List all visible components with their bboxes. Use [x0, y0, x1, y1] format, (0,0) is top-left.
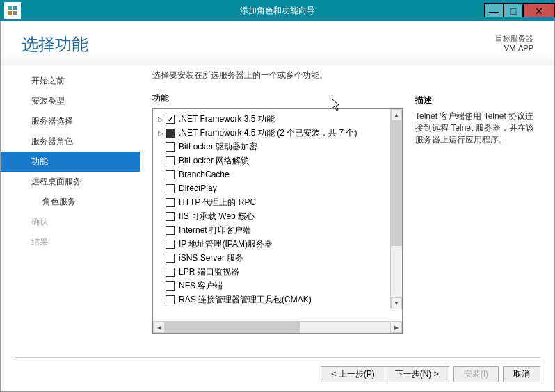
feature-label: .NET Framework 4.5 功能 (2 个已安装，共 7 个) [179, 127, 357, 139]
feature-label: DirectPlay [179, 183, 217, 193]
install-button[interactable]: 安装(I) [453, 366, 499, 382]
feature-row[interactable]: iSNS Server 服务 [153, 251, 402, 265]
feature-label: BitLocker 驱动器加密 [179, 141, 257, 153]
description-text: Telnet 客户端使用 Telnet 协议连接到远程 Telnet 服务器，并… [415, 111, 540, 145]
feature-checkbox[interactable] [166, 115, 175, 124]
feature-checkbox[interactable] [166, 170, 175, 179]
instruction-text: 选择要安装在所选服务器上的一个或多个功能。 [152, 70, 403, 81]
sidebar-item-8: 结果 [1, 232, 140, 252]
feature-row[interactable]: LPR 端口监视器 [153, 265, 402, 279]
wizard-icon [4, 2, 21, 19]
target-server-name: VM-APP [495, 44, 533, 52]
feature-row[interactable]: RAS 连接管理器管理工具包(CMAK) [153, 293, 402, 307]
scroll-up-button[interactable]: ▲ [391, 109, 402, 121]
vertical-scrollbar[interactable]: ▲ ▼ [390, 109, 402, 309]
maximize-button[interactable]: □ [504, 3, 523, 17]
feature-row[interactable]: NFS 客户端 [153, 279, 402, 293]
cancel-button[interactable]: 取消 [503, 366, 540, 382]
features-listbox[interactable]: ▷.NET Framework 3.5 功能▷.NET Framework 4.… [152, 108, 403, 334]
close-button[interactable]: ✕ [523, 3, 555, 17]
titlebar: 添加角色和功能向导 — □ ✕ [0, 0, 555, 21]
feature-checkbox[interactable] [166, 129, 175, 138]
scroll-right-button[interactable]: ▶ [390, 322, 402, 333]
feature-label: RAS 连接管理器管理工具包(CMAK) [179, 294, 312, 306]
feature-checkbox[interactable] [166, 281, 175, 291]
horizontal-scrollbar[interactable]: ◀ ▶ [153, 321, 402, 333]
feature-row[interactable]: Internet 打印客户端 [153, 223, 402, 237]
feature-label: IIS 可承载 Web 核心 [179, 211, 255, 222]
sidebar-item-2[interactable]: 服务器选择 [1, 111, 140, 131]
feature-row[interactable]: DirectPlay [153, 181, 402, 195]
scroll-down-button[interactable]: ▼ [391, 297, 402, 309]
feature-checkbox[interactable] [166, 254, 175, 263]
feature-checkbox[interactable] [166, 142, 175, 152]
feature-row[interactable]: IIS 可承载 Web 核心 [153, 209, 402, 223]
feature-checkbox[interactable] [166, 295, 175, 304]
wizard-sidebar: 开始之前安装类型服务器选择服务器角色功能远程桌面服务角色服务确认结果 [1, 65, 140, 350]
feature-row[interactable]: BitLocker 驱动器加密 [153, 140, 402, 154]
hscroll-thumb[interactable] [165, 322, 300, 333]
sidebar-item-6[interactable]: 角色服务 [1, 192, 140, 212]
feature-row[interactable]: ▷.NET Framework 4.5 功能 (2 个已安装，共 7 个) [153, 126, 402, 140]
sidebar-item-3[interactable]: 服务器角色 [1, 131, 140, 152]
sidebar-item-1[interactable]: 安装类型 [1, 91, 140, 111]
feature-label: HTTP 代理上的 RPC [179, 197, 256, 209]
feature-label: IP 地址管理(IPAM)服务器 [179, 238, 273, 250]
scroll-left-button[interactable]: ◀ [153, 322, 165, 333]
feature-checkbox[interactable] [166, 198, 175, 207]
next-button[interactable]: 下一步(N) > [385, 366, 449, 382]
previous-button[interactable]: < 上一步(P) [321, 366, 384, 382]
window-title: 添加角色和功能向导 [240, 5, 315, 17]
scroll-thumb[interactable] [391, 121, 402, 246]
page-title: 选择功能 [22, 33, 88, 56]
sidebar-item-7: 确认 [1, 212, 140, 232]
svg-rect-2 [8, 11, 12, 15]
feature-row[interactable]: HTTP 代理上的 RPC [153, 195, 402, 209]
feature-label: .NET Framework 3.5 功能 [179, 113, 275, 125]
sidebar-item-4[interactable]: 功能 [1, 152, 140, 172]
svg-rect-3 [13, 11, 17, 15]
feature-checkbox[interactable] [166, 184, 175, 193]
sidebar-item-0[interactable]: 开始之前 [1, 71, 140, 91]
svg-rect-1 [13, 6, 17, 10]
feature-row[interactable]: BitLocker 网络解锁 [153, 154, 402, 168]
target-server-info: 目标服务器 VM-APP [495, 33, 533, 52]
feature-row[interactable]: ▷.NET Framework 3.5 功能 [153, 112, 402, 126]
feature-label: LPR 端口监视器 [179, 266, 239, 278]
feature-checkbox[interactable] [166, 212, 175, 221]
feature-row[interactable]: IP 地址管理(IPAM)服务器 [153, 237, 402, 251]
feature-checkbox[interactable] [166, 268, 175, 277]
expand-icon[interactable]: ▷ [156, 129, 166, 137]
target-server-label: 目标服务器 [495, 33, 533, 44]
description-label: 描述 [415, 95, 540, 106]
feature-label: NFS 客户端 [179, 280, 223, 292]
wizard-footer: < 上一步(P) 下一步(N) > 安装(I) 取消 [1, 357, 554, 391]
feature-row[interactable]: BranchCache [153, 168, 402, 181]
feature-checkbox[interactable] [166, 156, 175, 165]
minimize-button[interactable]: — [484, 3, 504, 17]
feature-checkbox[interactable] [166, 240, 175, 249]
features-label: 功能 [152, 92, 403, 104]
feature-label: Internet 打印客户端 [179, 224, 251, 236]
feature-label: BitLocker 网络解锁 [179, 155, 249, 167]
svg-rect-0 [8, 6, 12, 10]
expand-icon[interactable]: ▷ [156, 115, 166, 123]
feature-checkbox[interactable] [166, 226, 175, 235]
sidebar-item-5[interactable]: 远程桌面服务 [1, 172, 140, 192]
feature-label: BranchCache [179, 170, 230, 179]
feature-label: iSNS Server 服务 [179, 252, 243, 264]
